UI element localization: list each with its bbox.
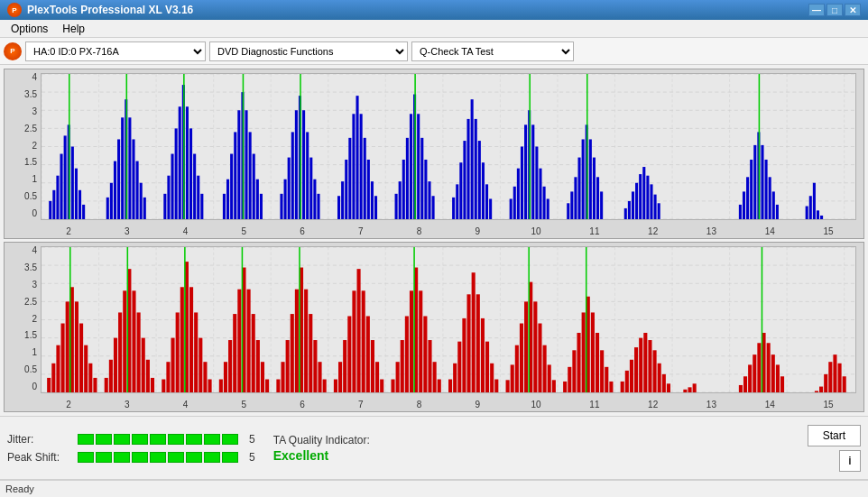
svg-rect-60 [226, 179, 229, 219]
svg-rect-90 [364, 138, 366, 219]
svg-rect-129 [567, 203, 569, 219]
svg-rect-158 [769, 177, 771, 219]
svg-rect-315 [653, 350, 657, 392]
jitter-bar-7 [186, 434, 202, 445]
svg-rect-263 [401, 340, 404, 392]
maximize-button[interactable]: □ [826, 4, 843, 16]
bottom-chart-svg [42, 247, 855, 392]
svg-rect-227 [224, 362, 227, 392]
svg-rect-229 [233, 314, 236, 392]
svg-rect-126 [543, 187, 546, 219]
svg-rect-224 [208, 380, 212, 392]
svg-rect-314 [648, 340, 651, 392]
title-bar-text: PlexTools Professional XL V3.16 [27, 4, 193, 16]
svg-rect-309 [625, 371, 629, 392]
svg-rect-296 [563, 382, 567, 392]
svg-rect-111 [471, 99, 474, 219]
menu-help[interactable]: Help [55, 21, 92, 37]
app-icon: P [7, 3, 22, 17]
svg-rect-39 [121, 117, 124, 219]
function-select[interactable]: DVD Diagnostic Functions [209, 41, 408, 61]
peakshift-bars [78, 452, 238, 463]
svg-rect-96 [402, 160, 405, 219]
svg-rect-232 [247, 290, 251, 392]
top-chart: 4 3.5 3 2.5 2 1.5 1 0.5 0 [4, 69, 864, 239]
drive-select[interactable]: HA:0 ID:0 PX-716A [25, 41, 206, 61]
svg-rect-115 [485, 184, 488, 219]
svg-rect-140 [624, 208, 627, 219]
svg-rect-103 [428, 181, 430, 219]
svg-rect-32 [78, 190, 81, 219]
svg-rect-323 [743, 376, 747, 392]
svg-rect-144 [639, 174, 642, 219]
svg-rect-322 [739, 385, 743, 392]
svg-rect-193 [61, 324, 65, 392]
svg-rect-28 [64, 135, 67, 219]
svg-rect-287 [520, 324, 523, 392]
svg-rect-72 [284, 179, 287, 219]
main-content: 4 3.5 3 2.5 2 1.5 1 0.5 0 [0, 65, 868, 416]
svg-rect-291 [538, 324, 541, 392]
peakshift-bar-2 [96, 452, 112, 463]
svg-rect-27 [60, 154, 63, 219]
svg-rect-235 [261, 362, 264, 392]
svg-rect-89 [360, 114, 363, 219]
svg-rect-308 [621, 382, 624, 392]
jitter-bar-8 [204, 434, 220, 445]
menu-options[interactable]: Options [4, 21, 55, 37]
svg-rect-71 [280, 194, 282, 219]
svg-rect-194 [66, 301, 69, 392]
svg-rect-78 [306, 132, 309, 219]
svg-rect-258 [371, 340, 374, 392]
svg-rect-81 [317, 194, 319, 219]
svg-rect-91 [367, 160, 370, 219]
bottom-panel: Jitter: 5 Peak Shift: [0, 416, 868, 479]
svg-rect-143 [635, 183, 638, 219]
svg-rect-26 [56, 176, 59, 219]
svg-rect-132 [578, 158, 581, 219]
svg-rect-203 [109, 360, 113, 392]
svg-rect-160 [776, 205, 779, 219]
svg-rect-54 [189, 128, 192, 219]
svg-rect-222 [199, 338, 202, 392]
svg-rect-233 [252, 314, 255, 392]
svg-rect-100 [417, 114, 420, 219]
svg-rect-210 [142, 338, 145, 392]
minimize-button[interactable]: — [808, 4, 825, 16]
top-chart-svg [42, 74, 855, 219]
svg-rect-87 [352, 114, 355, 219]
svg-rect-247 [318, 362, 321, 392]
svg-rect-110 [467, 119, 470, 219]
info-button[interactable]: i [839, 450, 861, 472]
svg-rect-256 [362, 290, 365, 392]
svg-rect-242 [295, 290, 299, 392]
svg-rect-245 [309, 314, 312, 392]
svg-rect-166 [820, 216, 823, 219]
svg-rect-68 [256, 179, 259, 219]
start-button[interactable]: Start [808, 425, 861, 446]
close-button[interactable]: ✕ [845, 4, 861, 16]
svg-rect-114 [482, 162, 485, 219]
jitter-bar-2 [96, 434, 112, 445]
svg-rect-148 [654, 195, 657, 219]
svg-rect-209 [137, 312, 141, 392]
svg-rect-196 [75, 301, 78, 392]
svg-rect-192 [56, 345, 60, 392]
svg-rect-246 [313, 340, 317, 392]
peakshift-bar-9 [222, 452, 238, 463]
jitter-bar-3 [114, 434, 130, 445]
svg-rect-285 [511, 364, 514, 392]
test-select[interactable]: Q-Check TA Test [411, 41, 574, 61]
svg-rect-282 [490, 364, 494, 392]
svg-rect-267 [419, 290, 422, 392]
svg-rect-80 [313, 179, 316, 219]
svg-rect-137 [596, 177, 599, 219]
svg-rect-288 [524, 301, 528, 392]
svg-rect-217 [176, 312, 180, 392]
svg-rect-49 [171, 154, 174, 219]
svg-rect-228 [228, 340, 232, 392]
svg-rect-337 [833, 354, 836, 392]
svg-rect-130 [570, 191, 573, 219]
svg-rect-252 [343, 340, 346, 392]
svg-rect-336 [828, 362, 832, 392]
